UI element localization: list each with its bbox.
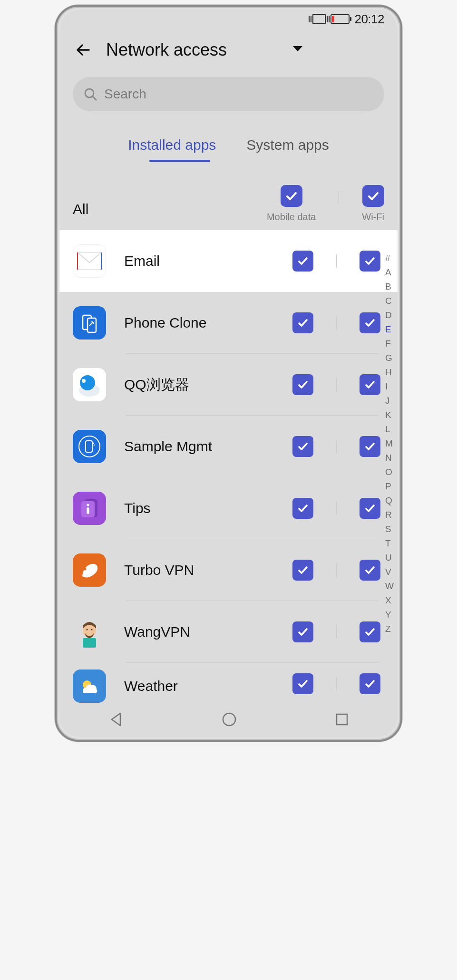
dropdown-button[interactable]: [292, 45, 303, 55]
check-icon: [364, 626, 376, 638]
az-letter[interactable]: U: [385, 553, 394, 563]
check-icon: [364, 564, 376, 576]
checkbox-mobile[interactable]: [292, 621, 313, 642]
checkbox-wifi[interactable]: [360, 374, 380, 395]
app-row-qq-browser[interactable]: QQ浏览器: [59, 354, 398, 416]
check-icon: [297, 678, 309, 689]
status-time: 20:12: [354, 12, 384, 27]
check-icon: [297, 317, 309, 329]
nav-back-button[interactable]: [108, 711, 124, 729]
nav-recents-button[interactable]: [335, 712, 349, 728]
az-letter[interactable]: Q: [385, 495, 394, 506]
az-letter[interactable]: T: [385, 538, 394, 549]
back-arrow-icon: [75, 41, 92, 58]
app-row-sample-mgmt[interactable]: Sample Mgmt: [59, 416, 398, 477]
search-input[interactable]: Search: [73, 77, 384, 111]
az-letter[interactable]: G: [385, 353, 394, 363]
page-title: Network access: [106, 40, 292, 60]
checkbox-mobile[interactable]: [292, 673, 313, 694]
az-letter[interactable]: C: [385, 296, 394, 306]
app-icon-qq-browser: [73, 368, 106, 401]
caret-down-icon: [292, 45, 303, 53]
az-letter[interactable]: K: [385, 410, 394, 420]
check-icon: [297, 441, 309, 452]
checkbox-mobile[interactable]: [292, 436, 313, 457]
app-row-tips[interactable]: Tips: [59, 477, 398, 539]
checkbox-wifi[interactable]: [360, 498, 380, 519]
az-letter[interactable]: #: [385, 253, 394, 263]
status-bar: 20:12: [59, 10, 398, 29]
back-button[interactable]: [73, 39, 94, 60]
checkbox-all-wifi[interactable]: [362, 185, 384, 207]
svg-point-10: [79, 436, 100, 457]
checkbox-mobile[interactable]: [292, 560, 313, 581]
az-letter[interactable]: Z: [385, 624, 394, 634]
svg-point-24: [223, 713, 235, 726]
app-row-wang-vpn[interactable]: WangVPN: [59, 601, 398, 663]
column-wifi-label: Wi-Fi: [362, 212, 384, 223]
az-letter[interactable]: Y: [385, 610, 394, 620]
az-letter[interactable]: O: [385, 467, 394, 477]
az-letter[interactable]: V: [385, 567, 394, 577]
app-icon-phone-clone: [73, 306, 106, 340]
checkbox-wifi[interactable]: [360, 312, 380, 333]
az-letter[interactable]: W: [385, 581, 394, 592]
svg-point-8: [80, 375, 95, 390]
app-name: QQ浏览器: [124, 375, 292, 395]
search-icon: [83, 87, 97, 101]
az-letter[interactable]: F: [385, 339, 394, 349]
circle-home-icon: [221, 711, 237, 728]
check-icon: [364, 255, 376, 267]
checkbox-wifi[interactable]: [360, 251, 380, 272]
tab-installed-apps[interactable]: Installed apps: [128, 137, 216, 162]
az-letter[interactable]: M: [385, 438, 394, 449]
az-letter[interactable]: R: [385, 510, 394, 520]
az-letter[interactable]: S: [385, 524, 394, 534]
square-recents-icon: [335, 712, 349, 727]
checkbox-wifi[interactable]: [360, 673, 380, 694]
az-letter[interactable]: E: [385, 324, 394, 335]
app-list[interactable]: Email Phone Clone: [59, 230, 398, 710]
checkbox-mobile[interactable]: [292, 312, 313, 333]
app-row-phone-clone[interactable]: Phone Clone: [59, 292, 398, 354]
column-header-row: All Mobile data Wi-Fi: [59, 162, 398, 227]
az-letter[interactable]: L: [385, 424, 394, 435]
check-icon: [364, 503, 376, 514]
az-letter[interactable]: B: [385, 281, 394, 292]
alphabet-index[interactable]: #ABCDEFGHIJKLMNOPQRSTUVWXYZ: [385, 253, 394, 634]
checkbox-wifi[interactable]: [360, 560, 380, 581]
az-letter[interactable]: D: [385, 310, 394, 320]
az-letter[interactable]: P: [385, 481, 394, 492]
app-row-turbo-vpn[interactable]: Turbo VPN: [59, 539, 398, 601]
app-name: Weather: [124, 678, 292, 694]
check-icon: [297, 503, 309, 514]
checkbox-mobile[interactable]: [292, 251, 313, 272]
checkbox-all-mobile[interactable]: [281, 185, 302, 207]
column-mobile-label: Mobile data: [267, 212, 316, 223]
az-letter[interactable]: N: [385, 453, 394, 463]
az-letter[interactable]: A: [385, 267, 394, 278]
az-letter[interactable]: X: [385, 595, 394, 606]
nav-home-button[interactable]: [221, 711, 237, 729]
az-letter[interactable]: H: [385, 367, 394, 378]
column-separator: [336, 625, 337, 639]
checkbox-wifi[interactable]: [360, 621, 380, 642]
app-name: Turbo VPN: [124, 562, 292, 578]
app-row-email[interactable]: Email: [59, 230, 398, 292]
screen: 20:12 Network access Search Ins: [59, 10, 398, 737]
checkbox-mobile[interactable]: [292, 374, 313, 395]
az-letter[interactable]: J: [385, 396, 394, 406]
az-letter[interactable]: I: [385, 381, 394, 392]
svg-rect-6: [88, 318, 96, 332]
section-all-label: All: [73, 201, 88, 217]
checkbox-mobile[interactable]: [292, 498, 313, 519]
svg-point-18: [84, 568, 87, 571]
app-row-weather[interactable]: Weather: [59, 663, 398, 710]
checkbox-wifi[interactable]: [360, 436, 380, 457]
check-icon: [285, 190, 298, 202]
tab-system-apps[interactable]: System apps: [246, 137, 329, 162]
app-icon-sample-mgmt: [73, 430, 106, 463]
app-icon-tips: [73, 492, 106, 525]
column-separator: [336, 254, 337, 268]
app-name: Sample Mgmt: [124, 438, 292, 455]
